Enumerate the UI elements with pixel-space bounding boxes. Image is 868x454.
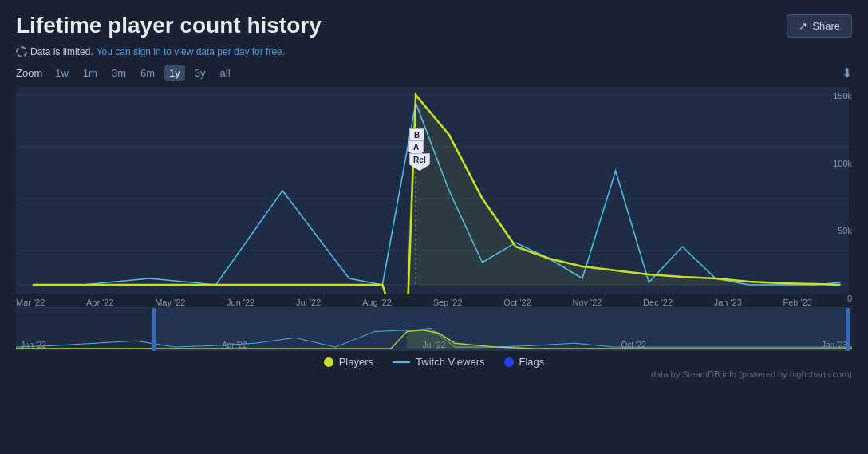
y-axis-labels: 150k 100k 50k 0: [819, 87, 852, 307]
share-label: Share: [812, 20, 840, 32]
data-notice: Data is limited. You can sign in to view…: [16, 46, 852, 57]
y-label-150k: 150k: [819, 91, 852, 101]
zoom-all[interactable]: all: [215, 65, 235, 81]
zoom-label: Zoom: [16, 67, 42, 79]
chart-with-yaxis: B A Rel 150k 100k 50k 0: [16, 87, 852, 294]
navigator-area: Jan '22 Apr '22 Jul '22 Oct '22 Jan '23: [16, 307, 852, 351]
x-label-nov22: Nov '22: [572, 298, 602, 307]
zoom-row: Zoom 1w 1m 3m 6m 1y 3y all ⬇: [16, 65, 852, 81]
data-notice-static: Data is limited.: [30, 46, 93, 57]
svg-rect-12: [156, 308, 846, 351]
y-label-50k: 50k: [819, 226, 852, 235]
legend-players: Players: [324, 356, 373, 368]
x-label-sep22: Sep '22: [433, 298, 463, 307]
page-title: Lifetime player count history: [16, 13, 322, 38]
x-label-oct22: Oct '22: [503, 298, 531, 307]
zoom-3y[interactable]: 3y: [190, 65, 211, 81]
legend-twitch: Twitch Viewers: [393, 356, 484, 368]
twitch-line-icon: [393, 361, 410, 363]
svg-rect-11: [846, 308, 850, 351]
x-label-aug22: Aug '22: [362, 298, 392, 307]
y-label-100k: 100k: [819, 159, 852, 168]
players-dot-icon: [324, 357, 333, 367]
zoom-3m[interactable]: 3m: [107, 65, 131, 81]
main-chart: B A Rel: [16, 87, 849, 294]
chart-svg: [16, 87, 849, 294]
x-label-apr22: Apr '22: [86, 298, 114, 307]
y-label-0: 0: [819, 294, 852, 303]
share-icon: ↗: [799, 20, 807, 32]
download-icon[interactable]: ⬇: [842, 65, 852, 81]
main-container: Lifetime player count history ↗ Share Da…: [0, 0, 868, 387]
header-row: Lifetime player count history ↗ Share: [16, 13, 852, 38]
x-label-may22: May '22: [155, 298, 185, 307]
legend-flags: Flags: [504, 356, 545, 368]
twitch-label: Twitch Viewers: [416, 356, 484, 368]
x-label-feb23: Feb '23: [783, 298, 812, 307]
legend-row: Players Twitch Viewers Flags: [16, 356, 852, 368]
players-label: Players: [339, 356, 373, 368]
navigator-svg: [16, 308, 852, 351]
attribution: data by SteamDB.info (powered by highcha…: [16, 369, 852, 379]
flags-dot-icon: [504, 357, 514, 367]
x-label-dec22: Dec '22: [643, 298, 673, 307]
x-label-jul22: Jul '22: [296, 298, 321, 307]
spinner-icon: [16, 46, 27, 57]
zoom-1m[interactable]: 1m: [78, 65, 102, 81]
x-label-jan23: Jan '23: [714, 298, 742, 307]
zoom-6m[interactable]: 6m: [136, 65, 160, 81]
share-button[interactable]: ↗ Share: [787, 14, 852, 38]
flags-label: Flags: [519, 356, 545, 368]
zoom-1w[interactable]: 1w: [50, 65, 73, 81]
x-label-mar22: Mar '22: [16, 298, 45, 307]
svg-rect-10: [152, 308, 156, 351]
x-label-jun22: Jun '22: [227, 298, 254, 307]
zoom-1y[interactable]: 1y: [164, 65, 185, 81]
chart-wrapper: B A Rel 150k 100k 50k 0 Mar '22 Apr '22 …: [16, 87, 852, 307]
sign-in-link[interactable]: You can sign in to view data per day for…: [97, 46, 285, 57]
x-axis-labels: Mar '22 Apr '22 May '22 Jun '22 Jul '22 …: [16, 294, 812, 307]
